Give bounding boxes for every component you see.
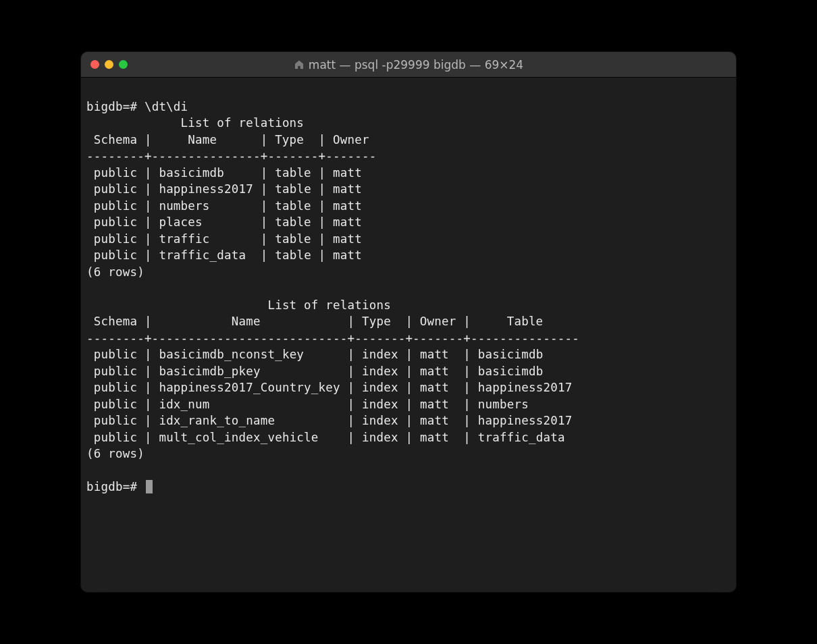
table-row: public | happiness2017 | table | matt bbox=[86, 182, 362, 196]
minimize-button[interactable] bbox=[105, 60, 113, 69]
titlebar: matt — psql -p29999 bigdb — 69×24 bbox=[81, 52, 736, 78]
window-title: matt — psql -p29999 bigdb — 69×24 bbox=[81, 58, 736, 72]
section2-divider: --------+---------------------------+---… bbox=[86, 331, 579, 345]
section1-header: Schema | Name | Type | Owner bbox=[86, 133, 376, 146]
traffic-lights bbox=[90, 60, 128, 69]
table-row: public | happiness2017_Country_key | ind… bbox=[86, 381, 572, 394]
prompt-line: bigdb=# \dt\di bbox=[86, 100, 188, 113]
section2-title: List of relations bbox=[86, 298, 391, 312]
section2-footer: (6 rows) bbox=[86, 447, 144, 460]
section1-divider: --------+---------------+-------+------- bbox=[86, 149, 376, 163]
window-title-text: matt — psql -p29999 bigdb — 69×24 bbox=[309, 58, 523, 72]
table-row: public | traffic | table | matt bbox=[86, 232, 362, 246]
table-row: public | basicimdb | table | matt bbox=[86, 166, 362, 180]
maximize-button[interactable] bbox=[119, 60, 128, 69]
table-row: public | basicimdb_pkey | index | matt |… bbox=[86, 365, 543, 378]
terminal-window: matt — psql -p29999 bigdb — 69×24 bigdb=… bbox=[81, 52, 736, 592]
table-row: public | basicimdb_nconst_key | index | … bbox=[86, 348, 543, 361]
terminal-body[interactable]: bigdb=# \dt\di List of relations Schema … bbox=[81, 78, 736, 592]
table-row: public | idx_rank_to_name | index | matt… bbox=[86, 414, 572, 427]
home-icon bbox=[294, 59, 305, 70]
table-row: public | mult_col_index_vehicle | index … bbox=[86, 431, 565, 444]
section2-header: Schema | Name | Type | Owner | Table bbox=[86, 315, 579, 328]
section1-footer: (6 rows) bbox=[86, 265, 144, 279]
close-button[interactable] bbox=[90, 60, 99, 69]
table-row: public | places | table | matt bbox=[86, 215, 362, 229]
prompt-line-final: bigdb=# bbox=[86, 480, 153, 493]
section1-title: List of relations bbox=[86, 116, 304, 130]
table-row: public | numbers | table | matt bbox=[86, 199, 362, 213]
table-row: public | idx_num | index | matt | number… bbox=[86, 398, 529, 411]
table-row: public | traffic_data | table | matt bbox=[86, 248, 362, 262]
cursor bbox=[146, 480, 153, 493]
